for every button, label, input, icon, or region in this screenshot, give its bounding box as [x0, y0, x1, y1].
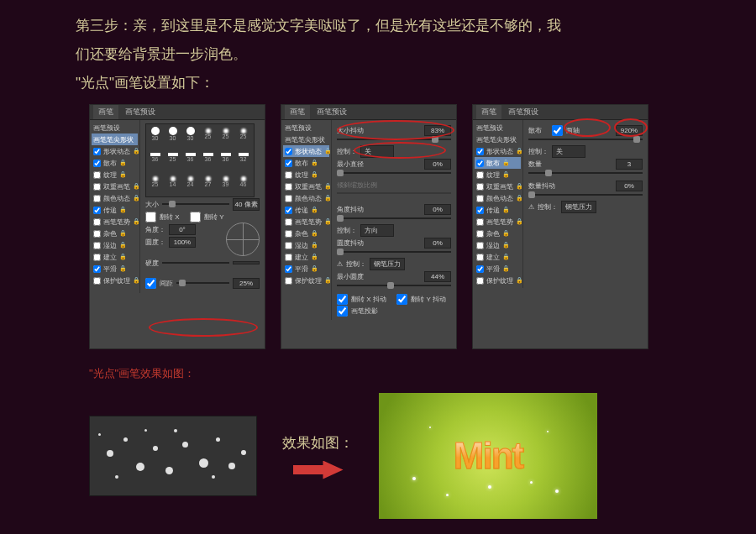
side-color[interactable]: 颜色动态🔒 — [92, 192, 138, 204]
side-smooth[interactable]: 平滑🔒 — [92, 263, 138, 275]
brush-effect-preview — [89, 416, 257, 496]
highlight-spacing — [149, 318, 258, 337]
size-jitter-slider[interactable]: 大小抖动 83% — [337, 123, 451, 137]
scatter-slider[interactable]: 散布 两轴 920% — [528, 123, 643, 137]
angle-compass[interactable] — [226, 222, 260, 256]
flipy-checkbox[interactable] — [190, 212, 201, 222]
side-pose[interactable]: 画笔笔势🔒 — [92, 216, 138, 228]
side-transfer[interactable]: 传递🔒 — [92, 204, 138, 216]
both-axes-checkbox[interactable] — [552, 125, 563, 136]
brush-preset-grid[interactable]: 30 30 30 25 25 25 36 25 36 36 36 32 25 1… — [145, 123, 255, 197]
side-dual[interactable]: 双重画笔🔒 — [92, 181, 138, 192]
side-protect[interactable]: 保护纹理🔒 — [92, 275, 138, 286]
tutorial-text: 第三步：亲，到这里是不是感觉文字美哒哒了，但是光有这些还是不够的，我 们还要给背… — [0, 0, 756, 97]
side-preset[interactable]: 画笔预设 — [92, 122, 138, 134]
result-preview: Mint — [379, 393, 597, 519]
size-value[interactable]: 40 像素 — [233, 198, 260, 211]
tab-preset[interactable]: 画笔预设 — [120, 105, 160, 119]
side-buildup[interactable]: 建立🔒 — [92, 251, 138, 263]
flipx-checkbox[interactable] — [145, 212, 156, 222]
side-shape[interactable]: 形状动态🔒 — [92, 145, 138, 157]
tab-preset[interactable]: 画笔预设 — [503, 105, 543, 119]
text-line-2: 们还要给背景进一步润色。 — [76, 46, 247, 62]
control-dropdown[interactable]: 关 — [360, 145, 394, 158]
side-shape-sel[interactable]: 形状动态🔒 — [283, 145, 329, 157]
spacing-slider[interactable]: 间距 25% — [145, 276, 260, 290]
tab-brush[interactable]: 画笔 — [93, 105, 118, 119]
tab-brush[interactable]: 画笔 — [476, 105, 501, 119]
panel-scatter: 画笔 画笔预设 画笔预设 画笔笔尖形状 形状动态🔒 散布🔒 纹理🔒 双重画笔🔒 … — [472, 104, 648, 349]
result-label: 效果如图： — [282, 433, 354, 453]
side-scatter-sel[interactable]: 散布🔒 — [475, 157, 521, 169]
panel-brush-tip: 画笔 画笔预设 画笔预设 画笔笔尖形状 形状动态🔒 散布🔒 纹理🔒 双重画笔🔒 … — [89, 104, 265, 349]
side-wet[interactable]: 湿边🔒 — [92, 239, 138, 251]
side-tip[interactable]: 画笔笔尖形状 — [92, 134, 138, 145]
tab-preset[interactable]: 画笔预设 — [312, 105, 352, 119]
panel-sidebar: 画笔预设 画笔笔尖形状 形状动态🔒 散布🔒 纹理🔒 双重画笔🔒 颜色动态🔒 传递… — [90, 120, 140, 293]
text-line-1: 第三步：亲，到这里是不是感觉文字美哒哒了，但是光有这些还是不够的，我 — [76, 18, 561, 34]
side-scatter[interactable]: 散布🔒 — [92, 157, 138, 169]
tab-brush[interactable]: 画笔 — [285, 105, 310, 119]
panel-shape-dynamics: 画笔 画笔预设 画笔预设 画笔笔尖形状 形状动态🔒 散布🔒 纹理🔒 双重画笔🔒 … — [281, 104, 457, 349]
mint-text: Mint — [454, 435, 522, 477]
side-texture[interactable]: 纹理🔒 — [92, 169, 138, 181]
arrow-icon — [293, 461, 344, 479]
text-line-3: "光点"画笔设置如下： — [76, 75, 214, 91]
side-noise[interactable]: 杂色🔒 — [92, 228, 138, 239]
warn-icon: ⚠ — [337, 260, 343, 268]
brush-effect-label: "光点"画笔效果如图： — [89, 366, 756, 381]
warn-icon: ⚠ — [528, 203, 534, 211]
size-slider[interactable]: 大小 40 像素 — [145, 197, 260, 211]
